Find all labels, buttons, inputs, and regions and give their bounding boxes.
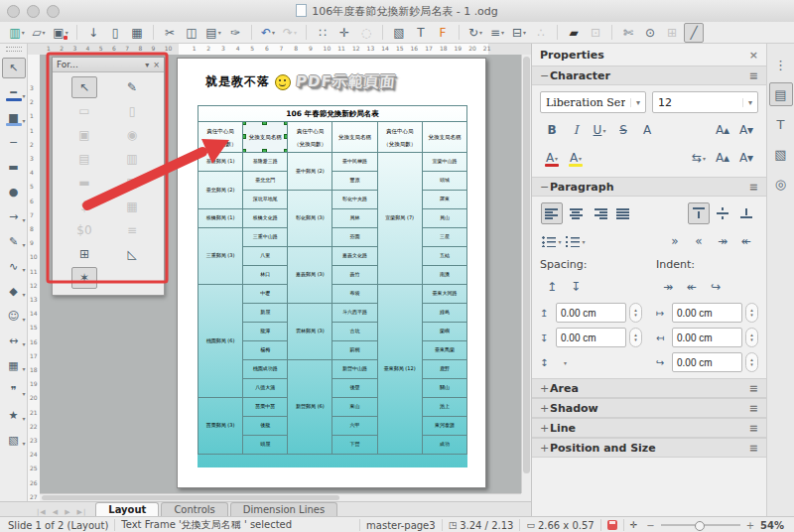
sidebar-navigator-tab[interactable]: ◎	[769, 172, 793, 196]
line-spacing-dropdown[interactable]: ▾	[557, 352, 573, 372]
form-toolbar-menu-icon[interactable]: ▾	[145, 61, 149, 69]
align-right-button[interactable]	[589, 202, 610, 224]
superscript-button[interactable]: A▴	[712, 147, 733, 169]
display-grid-button[interactable]: ∷	[313, 23, 332, 43]
font-name-input[interactable]	[541, 96, 630, 109]
tab-nav-3[interactable]: ▶|	[77, 508, 87, 516]
ellipse-tool[interactable]: ●	[2, 182, 26, 202]
decrease-indent-button[interactable]: «	[688, 230, 710, 252]
insert-image-button[interactable]: ▧	[389, 23, 409, 43]
align-center-button[interactable]	[565, 202, 587, 224]
sidebar-close-icon[interactable]: ×	[749, 49, 758, 62]
selected-text-frame[interactable]: 兌換支局名稱	[243, 122, 288, 153]
sidebar-settings-icon[interactable]: ⋮	[769, 53, 793, 76]
copy-button[interactable]: ◫	[182, 23, 201, 43]
zoom-slider[interactable]: − +	[646, 520, 754, 531]
sidebar-shapes-tab[interactable]: T	[769, 112, 793, 136]
tab-dimension-lines[interactable]: Dimension Lines	[230, 502, 337, 517]
exchange-table[interactable]: 106 年春節兌換新鈔局名表責任中心局（兌換局數）兌換支局名稱責任中心局（兌換局…	[198, 105, 467, 467]
bold-button[interactable]: B	[541, 119, 563, 141]
indent-after-button[interactable]: ↞	[735, 230, 757, 252]
shadow-button[interactable]: ▰	[564, 23, 584, 43]
sidebar-properties-tab[interactable]: ▤	[769, 82, 793, 106]
indent-increase-icon[interactable]: ↠	[657, 276, 679, 298]
section-position-and-size[interactable]: +Position and Size≡	[532, 438, 766, 458]
selection-handle[interactable]	[284, 149, 288, 153]
align-objects-button[interactable]: ≡▾	[487, 23, 507, 43]
export-pdf-button[interactable]: ▯	[105, 23, 125, 43]
form-toolbar-titlebar[interactable]: For... ▾ ×	[53, 58, 164, 72]
font-size-dropdown-icon[interactable]: ▾	[742, 98, 757, 107]
export-button[interactable]: ↓	[83, 23, 103, 43]
insert-textbox-button[interactable]: T	[411, 23, 431, 43]
valign-top-button[interactable]	[688, 202, 710, 224]
selection-handle[interactable]	[262, 149, 267, 153]
decrease-font-size-button[interactable]: A▾	[735, 119, 757, 141]
valign-center-button[interactable]	[712, 202, 733, 224]
spacing-above-stepper[interactable]	[629, 303, 642, 323]
rectangle-tool[interactable]: ▬	[2, 157, 26, 178]
selection-handle[interactable]	[284, 134, 288, 139]
section-area-menu-icon[interactable]: ≡	[749, 382, 758, 395]
stars-tool[interactable]: ★▾	[2, 405, 26, 426]
document-modified-icon[interactable]	[607, 520, 617, 530]
form-design-button[interactable]: ◺	[119, 243, 145, 265]
indent-before-field[interactable]	[672, 303, 742, 323]
fit-slide-icon[interactable]: ✛	[630, 520, 638, 530]
edit-points-button[interactable]: ✄	[618, 23, 638, 43]
open-button[interactable]: ▱▾	[29, 23, 49, 43]
paragraph-section-header[interactable]: −Paragraph ≡	[532, 177, 766, 197]
valign-bottom-button[interactable]	[735, 202, 757, 224]
form-toolbar-close-icon[interactable]: ×	[153, 61, 160, 69]
connector-tool[interactable]: ∿▾	[2, 256, 26, 277]
arrange-button[interactable]: ⊟▾	[509, 23, 529, 43]
align-left-button[interactable]	[541, 202, 563, 224]
form-more-controls-button[interactable]: ⊞	[71, 243, 97, 265]
char-spacing-button[interactable]: ⇆▾	[688, 147, 710, 169]
increase-indent-button[interactable]: »	[664, 230, 686, 252]
form-select-tool[interactable]: ↖	[71, 76, 97, 98]
first-line-indent-field[interactable]	[672, 352, 742, 372]
basic-shapes-tool[interactable]: ◆▾	[2, 281, 26, 302]
line-color-button[interactable]: ━▾	[2, 82, 26, 103]
zoom-out-button[interactable]: −	[646, 520, 654, 531]
clone-formatting-button[interactable]: ✑	[225, 23, 245, 43]
italic-button[interactable]: I	[565, 119, 587, 141]
paragraph-section-menu-icon[interactable]: ≡	[749, 181, 758, 194]
tab-controls[interactable]: Controls	[161, 502, 227, 517]
undo-button[interactable]: ↶▾	[258, 23, 278, 43]
subscript-button[interactable]: A▾	[735, 147, 757, 169]
font-name-combo[interactable]: ▾	[540, 91, 646, 113]
indent-after-stepper[interactable]	[745, 328, 758, 347]
symbol-shapes-tool[interactable]: ☺▾	[2, 306, 26, 327]
section-line[interactable]: +Line≡	[532, 418, 766, 438]
print-button[interactable]: ▦	[127, 23, 147, 43]
first-line-indent-stepper[interactable]	[745, 352, 758, 372]
spacing-above-field[interactable]	[556, 303, 626, 323]
insert-line-tool[interactable]: ─	[2, 132, 26, 153]
threed-objects-tool[interactable]: ▧▾	[2, 430, 26, 451]
glue-points-button[interactable]: ⊙	[640, 23, 660, 43]
line-tool-button[interactable]: ╱	[684, 23, 704, 43]
font-name-dropdown-icon[interactable]: ▾	[630, 98, 645, 107]
tab-layout[interactable]: Layout	[95, 502, 159, 517]
selection-handle[interactable]	[243, 134, 247, 139]
indent-decrease-icon[interactable]: ↞	[681, 276, 703, 298]
tab-nav-1[interactable]: ◀	[53, 508, 59, 516]
cut-button[interactable]: ✂	[160, 23, 180, 43]
document-page[interactable]: 就是教不落 PDF示範頁面 106 年春節兌換新鈔局名表責任中心局（兌換局數）兌…	[177, 58, 486, 488]
block-arrows-tool[interactable]: ↔▾	[2, 331, 26, 351]
tab-nav-2[interactable]: ▶	[65, 508, 70, 516]
section-area[interactable]: +Area≡	[532, 378, 766, 398]
character-section-menu-icon[interactable]: ≡	[749, 69, 758, 82]
underline-button[interactable]: U▾	[589, 119, 610, 141]
save-button[interactable]: ▣▾	[51, 23, 70, 43]
font-size-combo[interactable]: ▾	[652, 91, 758, 113]
toolbar-grip[interactable]	[6, 47, 22, 52]
transformations-button[interactable]: ↻▾	[465, 23, 485, 43]
lines-arrows-tool[interactable]: →▾	[2, 206, 26, 227]
sidebar-gallery-tab[interactable]: ▧	[769, 142, 793, 166]
zoom-slider-knob[interactable]	[695, 521, 705, 531]
font-color-button[interactable]: A▾	[541, 147, 563, 169]
section-shadow[interactable]: +Shadow≡	[532, 398, 766, 418]
